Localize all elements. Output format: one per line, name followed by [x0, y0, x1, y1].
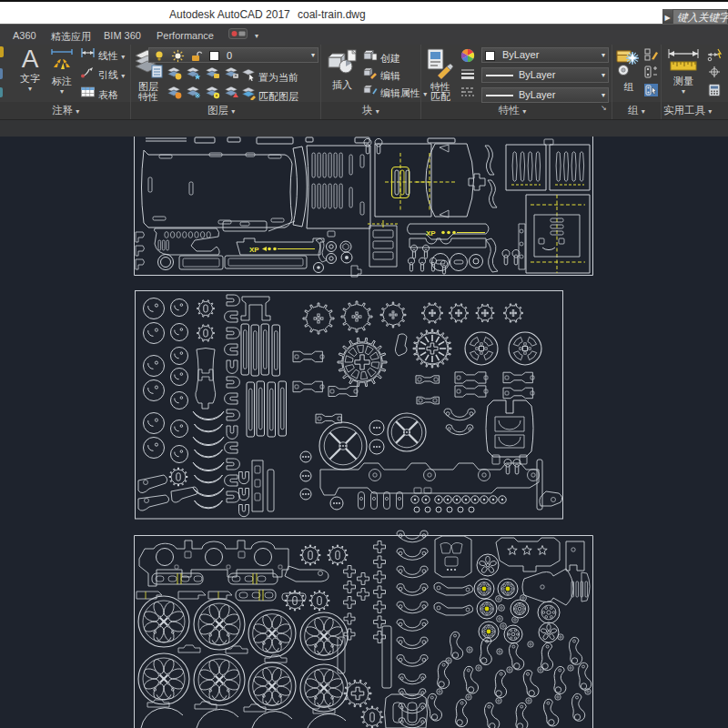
svg-text:XP: XP: [249, 246, 259, 254]
svg-text:XP: XP: [426, 229, 436, 238]
